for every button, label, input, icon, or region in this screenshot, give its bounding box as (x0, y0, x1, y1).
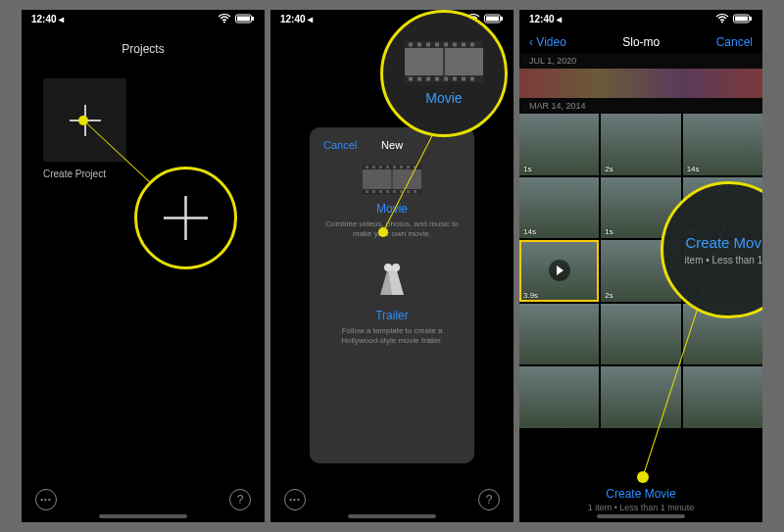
picker-header: ‹ Video Slo-mo Cancel (519, 31, 762, 53)
svg-rect-27 (393, 190, 396, 193)
callout-sub: item • Less than 1 m (685, 255, 762, 266)
thumb-duration: 14s (523, 227, 536, 236)
more-icon: ••• (289, 496, 300, 504)
svg-rect-54 (470, 77, 474, 81)
thumb-duration: 3.9s (523, 291, 538, 300)
battery-icon (484, 14, 504, 24)
more-icon: ••• (40, 496, 51, 504)
section-header: MAR 14, 2014 (519, 98, 762, 114)
play-icon (549, 260, 570, 281)
status-time: 12:40 ◂ (280, 14, 313, 24)
wifi-icon (218, 14, 231, 24)
sheet-title: New (381, 139, 403, 151)
svg-point-34 (384, 264, 392, 271)
media-thumb[interactable] (519, 366, 599, 428)
media-thumb[interactable]: 14s (683, 114, 762, 175)
create-movie-button[interactable]: Create Movie (519, 487, 762, 501)
media-thumb[interactable] (683, 366, 762, 428)
home-indicator[interactable] (99, 514, 187, 518)
status-bar: 12:40 ◂ (22, 10, 265, 27)
svg-point-56 (721, 22, 723, 24)
home-indicator[interactable] (348, 514, 436, 518)
create-movie-sub: 1 item • Less than 1 minute (519, 503, 762, 512)
svg-rect-25 (379, 190, 382, 193)
status-time: 12:40 ◂ (31, 14, 64, 24)
picker-title: Slo-mo (622, 35, 660, 49)
svg-rect-21 (407, 166, 410, 169)
back-label: Video (536, 35, 565, 49)
movie-option[interactable]: Movie Combine videos, photos, and music … (323, 165, 461, 240)
wifi-icon (715, 14, 729, 24)
svg-rect-2 (252, 17, 254, 21)
svg-rect-45 (462, 43, 466, 47)
battery-icon (733, 14, 753, 24)
media-thumb[interactable] (601, 304, 680, 365)
film-icon (363, 165, 421, 194)
thumb-duration: 14s (687, 165, 700, 173)
bottom-toolbar: ••• ? (22, 489, 265, 510)
bottom-toolbar: ••• ? (270, 489, 514, 510)
new-project-sheet: Cancel New Movie Combine videos, photos,… (310, 127, 474, 463)
screenshot-panel-3: 12:40 ◂ ‹ Video Slo-mo Cancel JUL 1, 202… (519, 10, 762, 522)
svg-rect-20 (400, 166, 403, 169)
svg-rect-10 (501, 17, 503, 21)
back-button[interactable]: ‹ Video (529, 35, 566, 49)
trailer-option-title: Trailer (323, 309, 461, 322)
trailer-option[interactable]: Trailer Follow a template to create a Ho… (323, 258, 461, 347)
svg-rect-30 (414, 190, 416, 193)
status-bar: 12:40 ◂ (519, 10, 762, 27)
svg-rect-50 (435, 77, 439, 81)
home-indicator[interactable] (597, 514, 685, 518)
help-button[interactable]: ? (478, 489, 500, 510)
svg-rect-29 (407, 190, 410, 193)
thumb-duration: 1s (523, 165, 531, 173)
film-icon (405, 41, 483, 82)
svg-rect-40 (417, 43, 421, 47)
svg-rect-14 (363, 189, 421, 194)
svg-rect-47 (409, 77, 413, 81)
media-thumb[interactable]: 1s (519, 114, 599, 175)
svg-rect-48 (417, 77, 421, 81)
spotlight-icon (370, 258, 414, 301)
svg-rect-58 (750, 17, 752, 21)
svg-rect-43 (444, 43, 448, 47)
help-button[interactable]: ? (229, 489, 251, 510)
create-movie-footer[interactable]: Create Movie 1 item • Less than 1 minute (519, 487, 762, 512)
svg-rect-53 (462, 77, 466, 81)
svg-rect-13 (363, 165, 421, 169)
annotation-dot (637, 471, 649, 483)
screenshot-panel-2: 12:40 ◂ Cancel New (270, 10, 514, 522)
thumb-duration: 1s (605, 227, 612, 236)
svg-rect-26 (386, 190, 389, 193)
plus-icon (159, 191, 213, 245)
svg-rect-17 (379, 166, 382, 169)
svg-rect-23 (366, 190, 368, 193)
create-project-label: Create Project (43, 169, 106, 179)
status-right (218, 14, 255, 24)
svg-rect-59 (735, 17, 748, 22)
svg-rect-24 (372, 190, 375, 193)
cancel-button[interactable]: Cancel (323, 139, 357, 151)
sheet-header: Cancel New (323, 139, 461, 151)
media-thumb-selected[interactable]: 3.9s (519, 240, 599, 302)
section-header: JUL 1, 2020 (519, 53, 762, 69)
media-thumb[interactable] (519, 304, 599, 365)
svg-point-35 (392, 264, 400, 271)
svg-rect-16 (372, 166, 375, 169)
callout-title: Create Movie (685, 234, 762, 251)
media-row[interactable] (519, 69, 762, 98)
status-right (715, 14, 753, 24)
svg-rect-51 (444, 77, 448, 81)
svg-rect-19 (393, 166, 396, 169)
help-icon: ? (486, 493, 493, 507)
more-button[interactable]: ••• (35, 489, 57, 510)
trailer-option-desc: Follow a template to create a Hollywood-… (323, 326, 461, 347)
media-thumb[interactable]: 14s (519, 177, 599, 239)
cancel-button[interactable]: Cancel (716, 35, 753, 49)
movie-option-desc: Combine videos, photos, and music to mak… (323, 219, 461, 240)
annotation-callout (134, 167, 237, 269)
media-thumb[interactable]: 2s (601, 114, 680, 175)
svg-rect-39 (409, 43, 413, 47)
svg-rect-18 (386, 166, 389, 169)
more-button[interactable]: ••• (284, 489, 306, 510)
